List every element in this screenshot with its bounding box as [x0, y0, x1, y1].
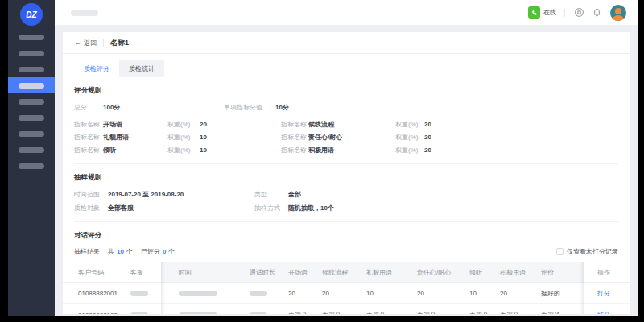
indicator-row: 指标名称 开场语 权重(%) 20 [74, 118, 270, 130]
score-responsibility: 20 [413, 283, 465, 303]
scoring-table: 客户号码 客服 时间 通话时长 开场语 候线流程 礼貌用语 责任心/耐心 倾听 … [63, 262, 630, 314]
app-logo[interactable]: DZ [20, 3, 43, 26]
duration-cell [238, 283, 285, 303]
online-status-button[interactable]: 在线 [528, 6, 556, 19]
table-header-row: 客户号码 客服 时间 通话时长 开场语 候线流程 礼貌用语 责任心/耐心 倾听 … [63, 262, 630, 283]
nav-placeholder [19, 35, 44, 40]
agent-placeholder [130, 312, 148, 315]
back-arrow-icon: ← [74, 39, 81, 47]
agent-placeholder [130, 291, 148, 296]
score-action-link[interactable]: 打分 [597, 311, 610, 315]
bell-icon[interactable] [591, 7, 602, 19]
back-button[interactable]: ← 返回 [74, 39, 97, 47]
score-positive: 未评分 [496, 304, 538, 314]
indicator-weight-label: 权重(%) [395, 133, 424, 142]
indicator-name: 积极用语 [308, 146, 395, 155]
score-opening: 20 [285, 283, 320, 303]
col-header-listening: 倾听 [465, 262, 496, 282]
indicator-name-label: 指标名称 [281, 133, 308, 142]
indicator-row: 指标名称 倾听 权重(%) 10 [74, 143, 270, 156]
table-row: 01088882001 20 20 10 20 10 20 挺好的 打分 [63, 283, 630, 304]
col-header-action: 操作 [584, 262, 630, 282]
indicator-weight-label: 权重(%) [167, 133, 200, 142]
nav-placeholder [19, 67, 44, 72]
sidebar-item[interactable] [8, 29, 55, 45]
col-header-politeness: 礼貌用语 [365, 262, 413, 282]
sidebar-item[interactable] [8, 61, 55, 77]
indicator-name: 倾听 [103, 146, 167, 155]
indicator-weight: 20 [424, 134, 431, 141]
nav-placeholder [19, 147, 44, 153]
table-row: 01088882002 未评分 未评分 未评分 未评分 未评分 未评分 未评价 … [63, 304, 630, 314]
dialog-scoring-title: 对话评分 [74, 231, 618, 241]
duration-placeholder [250, 312, 267, 315]
score-opening: 未评分 [285, 304, 320, 314]
scoring-rules-section: 评分规则 总分 100分 单项指标分值 10分 指标名称 开场语 权重(%) 2… [63, 86, 630, 156]
tab-group: 质检评分 质检统计 [74, 60, 164, 77]
unit-score-label: 单项指标分值 [224, 103, 275, 112]
tab-quality-statistics[interactable]: 质检统计 [119, 60, 164, 77]
col-header-opening: 开场语 [285, 262, 320, 282]
duration-placeholder [250, 291, 267, 296]
user-avatar[interactable] [610, 5, 626, 21]
indicator-column-left: 指标名称 开场语 权重(%) 20 指标名称 礼貌用语 权重(%) 10 [74, 118, 270, 156]
col-header-positive: 积极用语 [496, 262, 538, 282]
back-label: 返回 [84, 39, 97, 47]
unit-score-value: 10分 [275, 103, 289, 112]
indicator-weight: 20 [200, 121, 207, 128]
indicator-weight: 10 [200, 134, 207, 141]
inspect-target-value: 全部客服 [108, 204, 254, 213]
sidebar-item[interactable] [8, 93, 55, 109]
tab-quality-scoring[interactable]: 质检评分 [74, 60, 119, 77]
unscored-filter[interactable]: 仅查看未打分记录 [556, 247, 618, 256]
nav-placeholder [19, 163, 44, 169]
sidebar-item[interactable] [8, 158, 55, 174]
card-header: ← 返回 名称1 [63, 32, 630, 54]
breadcrumb-placeholder [71, 10, 98, 16]
indicator-name: 候线流程 [308, 120, 395, 129]
apps-icon[interactable] [573, 7, 584, 19]
avatar-body [613, 15, 624, 21]
sampling-rules-section: 抽样规则 时间范围 2019-07-20 至 2019-08-20 类型 全部 … [63, 173, 630, 214]
agent-cell [130, 283, 161, 303]
sidebar-item-active[interactable] [8, 77, 55, 93]
unscored-filter-checkbox[interactable] [556, 248, 564, 255]
sidebar-item[interactable] [8, 45, 55, 61]
customer-no: 01088882002 [63, 304, 130, 314]
indicator-name: 责任心/耐心 [308, 133, 395, 142]
time-range-value: 2019-07-20 至 2019-08-20 [108, 190, 254, 199]
sampling-result-label: 抽样结果 [74, 247, 100, 256]
indicator-weight: 20 [424, 121, 431, 128]
indicator-grid: 指标名称 开场语 权重(%) 20 指标名称 礼貌用语 权重(%) 10 [74, 118, 618, 156]
time-placeholder [179, 291, 217, 296]
scored-count: 0 [163, 248, 166, 255]
indicator-weight: 20 [424, 147, 431, 154]
online-status-label: 在线 [543, 8, 556, 17]
score-action-link[interactable]: 打分 [597, 289, 610, 298]
indicator-weight-label: 权重(%) [167, 146, 200, 155]
total-count: 10 [117, 248, 124, 255]
score-positive: 20 [496, 283, 538, 303]
sidebar-item[interactable] [8, 126, 55, 142]
nav-placeholder [19, 131, 44, 137]
phone-icon [528, 6, 540, 19]
inspect-target-label: 质检对象 [74, 204, 108, 213]
total-prefix: 共 [108, 247, 114, 256]
evaluation: 挺好的 [538, 283, 584, 303]
sidebar-item[interactable] [8, 109, 55, 126]
indicator-weight-label: 权重(%) [395, 146, 424, 155]
indicator-weight-label: 权重(%) [395, 120, 424, 129]
score-politeness: 10 [365, 283, 413, 303]
indicator-row: 指标名称 积极用语 权重(%) 20 [281, 143, 618, 156]
col-header-evaluation: 评价 [538, 262, 584, 282]
nav-placeholder [19, 51, 44, 56]
nav-placeholder [19, 99, 44, 105]
unscored-filter-label: 仅查看未打分记录 [567, 247, 618, 256]
sidebar-item[interactable] [8, 142, 55, 158]
dialog-scoring-section: 对话评分 抽样结果 共 10 个 已评分 0 个 仅查看未 [63, 231, 630, 256]
agent-cell [130, 304, 161, 314]
sidebar: DZ [8, 0, 55, 316]
score-politeness: 未评分 [365, 304, 413, 314]
sampling-method-label: 抽样方式 [254, 204, 282, 213]
indicator-name-label: 指标名称 [281, 146, 308, 155]
